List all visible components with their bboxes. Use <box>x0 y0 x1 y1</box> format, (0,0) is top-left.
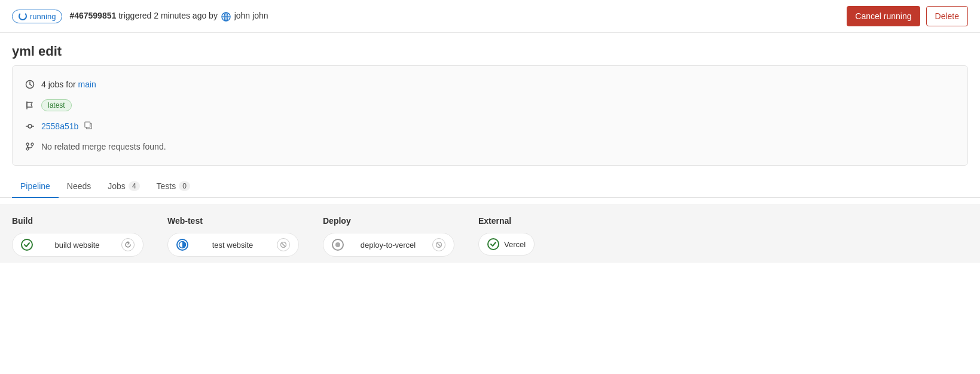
pipeline-info: #467599851 triggered 2 minutes ago by jo… <box>69 11 268 21</box>
jobs-count-text: 4 jobs for main <box>41 80 96 89</box>
tab-pipeline-label: Pipeline <box>20 181 50 191</box>
tab-needs-label: Needs <box>67 181 91 191</box>
info-box: 4 jobs for main latest 2558a51b No relat… <box>12 65 968 166</box>
globe-icon <box>221 12 231 22</box>
svg-point-13 <box>26 143 29 145</box>
commit-icon <box>25 121 35 132</box>
tabs: Pipeline Needs Jobs 4 Tests 0 <box>0 175 980 198</box>
status-pending-icon <box>332 239 344 251</box>
latest-badge: latest <box>41 99 72 111</box>
svg-point-15 <box>26 148 29 150</box>
job-deploy-label: deploy-to-vercel <box>361 241 416 250</box>
stage-external: External Vercel <box>478 210 634 257</box>
jobs-count-label: 4 jobs for <box>41 80 76 89</box>
job-vercel[interactable]: Vercel <box>478 233 535 256</box>
stage-webtest-title: Web-test <box>167 210 323 233</box>
merge-text: No related merge requests found. <box>41 142 166 151</box>
job-vercel-label: Vercel <box>504 240 526 249</box>
job-test-website[interactable]: test website <box>167 233 299 257</box>
cancel-test-icon[interactable] <box>277 238 290 251</box>
commit-row: 2558a51b <box>25 116 955 136</box>
copy-icon[interactable] <box>84 121 93 132</box>
flag-icon <box>25 100 35 111</box>
job-test-website-label: test website <box>212 241 254 250</box>
cancel-running-button[interactable]: Cancel running <box>847 6 920 26</box>
running-badge: running <box>12 10 62 23</box>
top-bar-left: running #467599851 triggered 2 minutes a… <box>12 10 268 23</box>
page-title: yml edit <box>0 33 980 65</box>
job-deploy-to-vercel[interactable]: deploy-to-vercel <box>323 233 454 257</box>
svg-point-8 <box>28 124 32 128</box>
branch-link[interactable]: main <box>78 80 96 89</box>
running-spinner-icon <box>19 12 27 20</box>
tab-tests[interactable]: Tests 0 <box>148 175 199 198</box>
top-bar: running #467599851 triggered 2 minutes a… <box>0 0 980 33</box>
running-label: running <box>30 12 56 21</box>
tab-jobs-label: Jobs <box>108 181 126 191</box>
svg-line-6 <box>30 84 32 86</box>
tab-jobs-count: 4 <box>129 181 140 191</box>
stage-build: Build build website <box>12 210 167 257</box>
stage-deploy: Deploy deploy-to-vercel <box>323 210 478 257</box>
svg-line-19 <box>282 244 285 246</box>
delete-button[interactable]: Delete <box>926 6 968 26</box>
cancel-deploy-icon[interactable] <box>432 238 445 251</box>
trigger-text: triggered 2 minutes ago by <box>118 11 218 20</box>
tab-tests-count: 0 <box>179 181 190 191</box>
stage-deploy-title: Deploy <box>323 210 478 233</box>
commit-hash-link[interactable]: 2558a51b <box>41 121 78 131</box>
stage-external-title: External <box>478 210 634 233</box>
retry-icon[interactable] <box>121 238 135 251</box>
tab-jobs[interactable]: Jobs 4 <box>99 175 148 198</box>
svg-point-20 <box>335 242 340 247</box>
stage-webtest: Web-test test website <box>167 210 323 257</box>
merge-icon <box>25 141 35 152</box>
top-bar-right: Cancel running Delete <box>847 6 968 26</box>
svg-rect-12 <box>85 121 90 127</box>
svg-point-14 <box>31 143 33 145</box>
tab-pipeline[interactable]: Pipeline <box>12 175 59 198</box>
clock-icon <box>25 79 35 90</box>
latest-row: latest <box>25 95 955 116</box>
svg-line-22 <box>438 244 440 246</box>
status-running-icon <box>176 239 188 251</box>
pipeline-id: #467599851 <box>69 11 116 20</box>
job-build-website[interactable]: build website <box>12 233 144 257</box>
status-success-icon <box>21 239 33 251</box>
status-vercel-success-icon <box>487 238 499 250</box>
tab-tests-label: Tests <box>157 181 176 191</box>
pipeline-grid: Build build website Web-test test websit… <box>0 204 980 263</box>
jobs-row: 4 jobs for main <box>25 74 955 95</box>
merge-row: No related merge requests found. <box>25 136 955 157</box>
user-name: john john <box>234 11 268 20</box>
stage-build-title: Build <box>12 210 167 233</box>
job-build-website-label: build website <box>54 241 99 250</box>
tab-needs[interactable]: Needs <box>59 175 99 198</box>
